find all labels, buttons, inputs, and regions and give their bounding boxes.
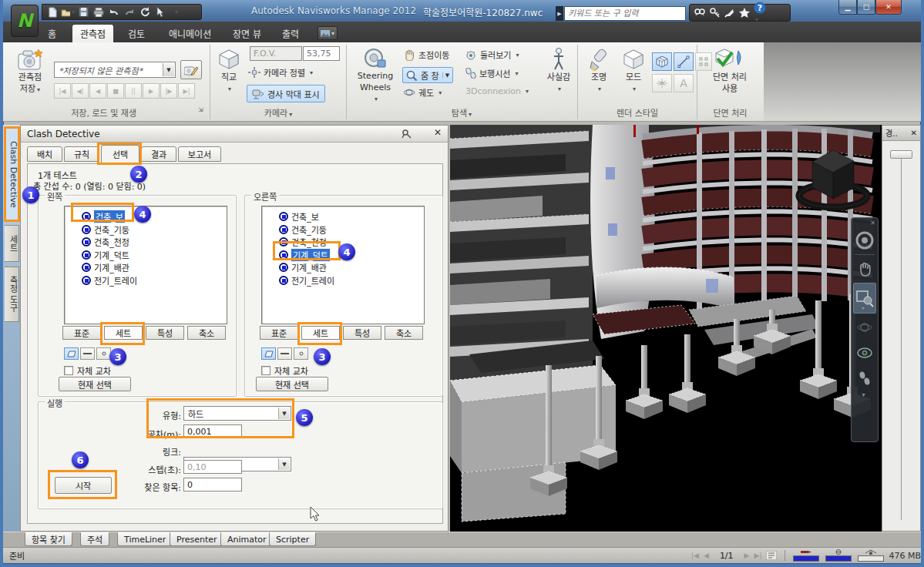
- right-selection-list[interactable]: 건축_보 건축_기둥 건축_천정 기계_덕트 기계_배관 전기_트레이: [261, 206, 425, 324]
- render-mode-button[interactable]: 모드: [617, 48, 650, 94]
- text-toggle[interactable]: A: [674, 74, 694, 92]
- clash-tab-results[interactable]: 결과: [141, 146, 176, 162]
- lighting-button[interactable]: 조명: [583, 48, 615, 94]
- sidebar-tab-measure-tools[interactable]: 측정 도구: [5, 267, 19, 322]
- lines-filter-toggle[interactable]: [277, 347, 292, 360]
- walk-tool-icon[interactable]: [853, 367, 876, 390]
- favorites-star-icon[interactable]: [739, 8, 750, 18]
- sheet-browser-button[interactable]: [766, 551, 777, 560]
- group-label-navigate[interactable]: 탐색: [348, 106, 575, 119]
- application-menu-button[interactable]: N: [11, 5, 39, 37]
- list-item[interactable]: 전기_트레이: [82, 274, 137, 287]
- tilt-slider-track[interactable]: [901, 150, 902, 520]
- list-item[interactable]: 기계_배관: [279, 261, 327, 273]
- render-style-quick-menu[interactable]: ▾: [318, 26, 338, 40]
- group-label-save[interactable]: 저장, 로드 및 재생 ⇲: [9, 106, 203, 119]
- navbar-more-icon[interactable]: ▾: [862, 392, 865, 398]
- snap-points-toggle[interactable]: [652, 74, 672, 92]
- clash-panel-titlebar[interactable]: Clash Detective ✕: [21, 126, 448, 143]
- bottom-tab-scripter[interactable]: Scripter: [269, 532, 316, 546]
- right-current-selection-button[interactable]: 현재 선택: [256, 377, 328, 391]
- tab-animation[interactable]: 애니메이션: [161, 25, 219, 42]
- zoom-window-tool-icon[interactable]: [853, 283, 876, 314]
- look-tool-icon[interactable]: [853, 341, 876, 364]
- search-expand-icon[interactable]: ▶: [556, 6, 563, 21]
- list-item[interactable]: 건축_기둥: [279, 223, 327, 236]
- list-item[interactable]: 기계_배관: [82, 261, 129, 273]
- tab-sceneview[interactable]: 장면 뷰: [225, 25, 269, 42]
- sidebar-tab-sets[interactable]: 세트: [5, 225, 19, 262]
- camera-align-button[interactable]: 카메라 정렬: [248, 66, 313, 79]
- search-icon[interactable]: [694, 8, 706, 18]
- print-button[interactable]: [92, 5, 106, 18]
- right-subtab-standard[interactable]: 표준: [260, 326, 298, 340]
- playback-pause-button[interactable]: ||: [125, 83, 142, 99]
- clash-tab-report[interactable]: 보고서: [178, 146, 221, 162]
- prev-sheet-button[interactable]: ◀: [704, 552, 709, 559]
- clash-tab-batch[interactable]: 배치: [27, 146, 62, 162]
- pan-tool-icon[interactable]: [853, 257, 876, 280]
- steering-wheels-button[interactable]: Steering Wheels: [351, 48, 399, 104]
- tilt-panel-close-icon[interactable]: ✕: [911, 129, 917, 137]
- communication-center-icon[interactable]: [724, 8, 735, 18]
- pan-button[interactable]: 초점이동: [404, 49, 449, 61]
- edit-viewpoint-button[interactable]: [180, 60, 202, 79]
- playback-stop-button[interactable]: ■: [107, 83, 124, 99]
- tab-viewpoint[interactable]: 관측점: [72, 25, 113, 42]
- playback-next-frame-button[interactable]: |▶: [160, 83, 177, 99]
- playback-first-button[interactable]: |◀: [54, 83, 71, 99]
- save-button[interactable]: [76, 5, 90, 18]
- left-subtab-compact[interactable]: 축소: [187, 326, 226, 340]
- playback-last-button[interactable]: ▶|: [178, 83, 195, 99]
- search-input[interactable]: [565, 7, 685, 20]
- last-sheet-button[interactable]: ▶|: [754, 552, 762, 559]
- search-box[interactable]: [564, 6, 686, 21]
- list-item[interactable]: 건축_보: [279, 210, 319, 223]
- bottom-tab-timeliner[interactable]: TimeLiner: [117, 532, 173, 546]
- close-panel-icon[interactable]: ✕: [434, 127, 442, 138]
- group-label-camera[interactable]: 카메라: [213, 106, 344, 119]
- next-sheet-button[interactable]: ▶: [744, 552, 750, 559]
- look-around-button[interactable]: 둘러보기: [465, 49, 519, 61]
- playback-rewind-button[interactable]: ◀: [89, 83, 106, 99]
- found-input[interactable]: 0: [183, 478, 242, 492]
- group-label-render[interactable]: 렌더 스타일: [580, 106, 695, 119]
- bottom-tab-find-items[interactable]: 항목 찾기: [25, 532, 72, 546]
- orbit-button[interactable]: 궤도: [404, 86, 442, 99]
- orbit-tool-icon[interactable]: [853, 316, 876, 339]
- steering-wheel-icon[interactable]: [853, 229, 876, 252]
- close-button[interactable]: ✕: [875, 0, 902, 15]
- left-subtab-standard[interactable]: 표준: [62, 326, 101, 340]
- surfaces-filter-toggle[interactable]: [261, 347, 276, 360]
- points-filter-toggle[interactable]: [294, 347, 308, 360]
- zoom-window-button[interactable]: 줌 창 ▼: [402, 67, 453, 83]
- select-tool-button[interactable]: [153, 5, 167, 18]
- first-sheet-button[interactable]: |◀: [691, 552, 699, 559]
- viewport-3d[interactable]: [450, 125, 882, 532]
- bottom-tab-presenter[interactable]: Presenter: [170, 532, 224, 546]
- enable-sectioning-button[interactable]: 단면 처리 사용: [701, 48, 759, 94]
- tilt-slider-handle[interactable]: [890, 150, 912, 159]
- right-subtab-compact[interactable]: 축소: [385, 326, 423, 340]
- subscription-key-icon[interactable]: [710, 8, 721, 18]
- step-input[interactable]: 0,10: [183, 460, 242, 474]
- maximize-button[interactable]: ▢: [857, 0, 875, 15]
- pin-icon[interactable]: [402, 129, 412, 139]
- viewpoint-combo[interactable]: *저장되지 않은 관측점* ▼: [54, 62, 176, 78]
- playback-prev-frame-button[interactable]: ◀|: [72, 83, 89, 99]
- tab-output[interactable]: 출력: [274, 25, 307, 42]
- tab-review[interactable]: 검토: [120, 25, 153, 42]
- minimize-button[interactable]: ▁: [838, 0, 857, 15]
- save-viewpoint-button[interactable]: 관측점 저장: [9, 48, 51, 95]
- qat-customize-button[interactable]: [169, 5, 183, 18]
- surfaces-toggle[interactable]: [652, 52, 672, 71]
- open-file-button[interactable]: [61, 5, 75, 18]
- left-current-selection-button[interactable]: 현재 선택: [59, 377, 131, 391]
- right-subtab-properties[interactable]: 특성: [343, 326, 381, 340]
- self-intersect-checkbox[interactable]: [64, 366, 73, 375]
- new-file-button[interactable]: [45, 5, 59, 18]
- list-item[interactable]: 전기_트레이: [279, 274, 334, 287]
- realism-button[interactable]: 사실감: [543, 48, 575, 94]
- self-intersect-checkbox[interactable]: [261, 366, 270, 375]
- bottom-tab-animator[interactable]: Animator: [220, 532, 274, 546]
